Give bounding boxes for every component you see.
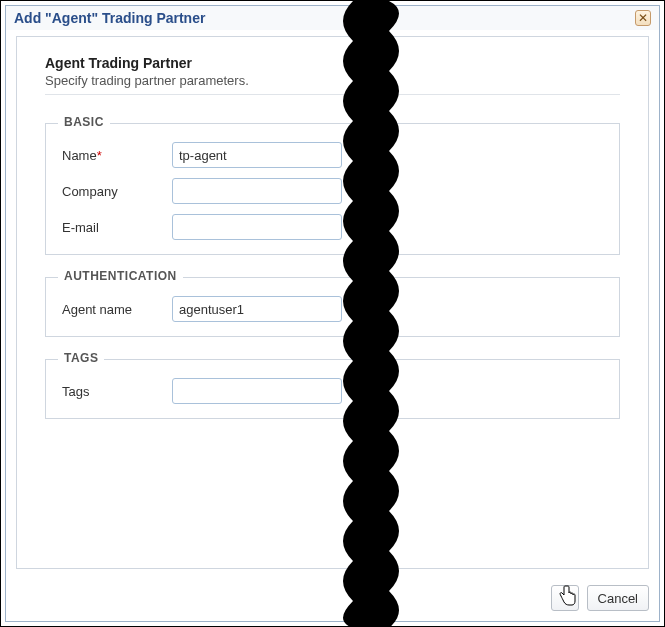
fieldset-basic: BASIC Name* Company E-mail: [45, 123, 620, 255]
ok-button[interactable]: [551, 585, 579, 611]
label-name-text: Name: [62, 148, 97, 163]
required-mark: *: [97, 148, 102, 163]
dialog: Add "Agent" Trading Partner ✕ Agent Trad…: [5, 5, 660, 622]
name-field[interactable]: [172, 142, 342, 168]
label-agent-name: Agent name: [62, 302, 172, 317]
company-field[interactable]: [172, 178, 342, 204]
fieldset-tags: TAGS Tags: [45, 359, 620, 419]
dialog-content: Agent Trading Partner Specify trading pa…: [16, 36, 649, 569]
label-tags: Tags: [62, 384, 172, 399]
section-subtitle: Specify trading partner parameters.: [45, 73, 620, 88]
window-frame: Add "Agent" Trading Partner ✕ Agent Trad…: [0, 0, 665, 627]
legend-tags: TAGS: [58, 351, 104, 365]
row-tags: Tags: [62, 378, 603, 404]
legend-basic: BASIC: [58, 115, 110, 129]
email-field[interactable]: [172, 214, 342, 240]
row-email: E-mail: [62, 214, 603, 240]
row-agent-name: Agent name: [62, 296, 603, 322]
row-company: Company: [62, 178, 603, 204]
dialog-title: Add "Agent" Trading Partner: [14, 10, 635, 26]
dialog-footer: Cancel: [6, 577, 659, 621]
label-name: Name*: [62, 148, 172, 163]
label-company: Company: [62, 184, 172, 199]
close-icon: ✕: [638, 11, 648, 25]
label-email: E-mail: [62, 220, 172, 235]
cancel-button[interactable]: Cancel: [587, 585, 649, 611]
row-name: Name*: [62, 142, 603, 168]
fieldset-authentication: AUTHENTICATION Agent name: [45, 277, 620, 337]
section-header: Agent Trading Partner Specify trading pa…: [45, 55, 620, 95]
close-button[interactable]: ✕: [635, 10, 651, 26]
legend-authentication: AUTHENTICATION: [58, 269, 183, 283]
tags-field[interactable]: [172, 378, 342, 404]
agent-name-field[interactable]: [172, 296, 342, 322]
section-title: Agent Trading Partner: [45, 55, 620, 71]
dialog-titlebar: Add "Agent" Trading Partner ✕: [6, 6, 659, 30]
